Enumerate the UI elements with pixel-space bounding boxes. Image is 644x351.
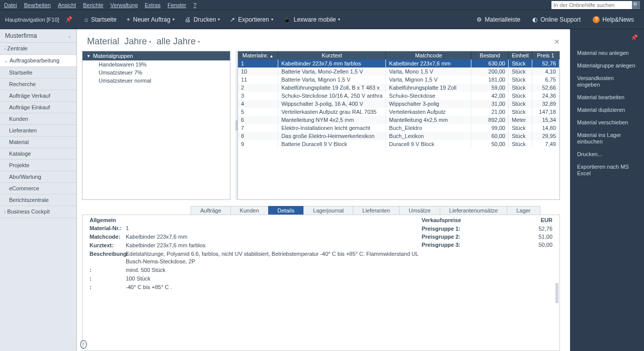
col-materialnr[interactable]: Materialnr.	[238, 51, 278, 59]
tab-umsätze[interactable]: Umsätze	[399, 206, 440, 215]
table-row[interactable]: 10Batterie Varta, Mono-Zellen 1,5 VVarta…	[238, 67, 559, 76]
table-row[interactable]: 4Wippschalter 3-polig, 16 A, 400 VWippsc…	[238, 100, 559, 108]
lexware-mobile-button[interactable]: 📱Lexware mobile▾	[283, 16, 340, 23]
toolbar: Hauptnavigation [F10] 📌 ⌂Startseite +Neu…	[0, 10, 644, 29]
detail-value: -40° C bis +85° C .	[126, 284, 422, 291]
table-row[interactable]: 2Kabelführungsplatte 19 Zoll, B x T 483 …	[238, 84, 559, 92]
sidebar-item-kunden[interactable]: Kunden	[0, 113, 76, 125]
menu-help[interactable]: ?	[193, 2, 196, 8]
col-bestand[interactable]: Bestand	[471, 51, 509, 59]
startseite-button[interactable]: ⌂Startseite	[85, 16, 117, 23]
col-matchcode[interactable]: Matchcode	[386, 51, 471, 59]
filter-alle-jahre[interactable]: alle Jahre▾	[156, 36, 200, 47]
detail-value: mind. 500 Stück	[126, 266, 422, 274]
sidebar-item-berichtszentrale[interactable]: Berichtszentrale	[0, 194, 76, 206]
tab-kunden[interactable]: Kunden	[230, 206, 269, 215]
action-item[interactable]: Materialgruppe anlegen	[570, 59, 644, 72]
col-einheit[interactable]: Einheit	[509, 51, 532, 59]
tree-item[interactable]: Umsatzsteuer normal	[83, 77, 230, 85]
tab-aufträge[interactable]: Aufträge	[191, 206, 231, 215]
menu-berichte[interactable]: Berichte	[83, 2, 103, 8]
price-label: Preisgruppe 1:	[422, 225, 522, 233]
online-support-button[interactable]: ◐Online Support	[532, 16, 581, 23]
pin-icon[interactable]: 📌	[65, 16, 72, 23]
table-row[interactable]: 8Das große Elektro-HeimwerkerlexikonBuch…	[238, 132, 559, 140]
sidebar-item-abo/wartung[interactable]: Abo/Wartung	[0, 171, 76, 183]
tab-lager[interactable]: Lager	[507, 206, 540, 215]
table-row[interactable]: 11Batterie Varta, Mignon 1,5 VVarta, Mig…	[238, 76, 559, 84]
tab-lagerjournal[interactable]: Lagerjournal	[303, 206, 353, 215]
action-item[interactable]: Material bearbeiten	[570, 91, 644, 104]
sidebar-item-startseite[interactable]: Startseite	[0, 67, 76, 79]
menu-verwaltung[interactable]: Verwaltung	[110, 2, 137, 8]
table-row[interactable]: 6Mantelleitung NYM 4x2,5 mmMantelleitung…	[238, 116, 559, 124]
action-item[interactable]: Drucken...	[570, 148, 644, 161]
tree-item[interactable]: Handelswaren 19%	[83, 60, 230, 68]
details-section-verkaufspreise: Verkaufspreise	[422, 217, 541, 223]
sidebar-header[interactable]: Musterfirma ⌄	[0, 29, 76, 43]
hauptnavigation-label[interactable]: Hauptnavigation [F10]	[5, 17, 59, 23]
sidebar-item-lieferanten[interactable]: Lieferanten	[0, 125, 76, 136]
sidebar-item-aufträge-verkauf[interactable]: Aufträge Verkauf	[0, 90, 76, 102]
action-item[interactable]: Material verschieben	[570, 116, 644, 129]
details-section-allgemein: Allgemein	[90, 217, 422, 223]
exportieren-button[interactable]: ↗Exportieren▾	[230, 16, 273, 23]
sidebar-item-ecommerce[interactable]: eCommerce	[0, 183, 76, 194]
menu-bearbeiten[interactable]: Bearbeiten	[24, 2, 51, 8]
col-kurztext[interactable]: Kurztext	[278, 51, 386, 59]
tab-lieferantenumsätze[interactable]: Lieferantenumsätze	[440, 206, 508, 215]
col-preis1[interactable]: Preis 1	[532, 51, 559, 59]
detail-value: 1	[126, 225, 422, 232]
scrollbar[interactable]	[555, 283, 558, 303]
gear-icon: ⚙	[476, 16, 482, 23]
details-pane: Allgemein Material-Nr.:1Matchcode:Kabelb…	[82, 215, 560, 351]
neuer-auftrag-button[interactable]: +Neuer Auftrag▾	[127, 16, 175, 23]
triangle-down-icon: ▼	[87, 54, 91, 58]
warning-icon[interactable]: !	[80, 340, 87, 349]
search-icon[interactable]: 🔍	[632, 1, 640, 9]
menu-datei[interactable]: Datei	[4, 2, 17, 8]
menu-extras[interactable]: Extras	[145, 2, 160, 8]
right-action-sidebar: 📌 Material neu anlegenMaterialgruppe anl…	[570, 29, 644, 351]
tree-item[interactable]: Umsatzsteuer 7%	[83, 68, 230, 77]
action-item[interactable]: Material neu anlegen	[570, 47, 644, 59]
detail-value: Edelstahlzunge, Polyamid 6.6, farblos, n…	[126, 250, 422, 265]
price-label: Preisgruppe 2:	[422, 233, 522, 241]
detail-label: Material-Nr.:	[90, 225, 126, 232]
menu-ansicht[interactable]: Ansicht	[58, 2, 76, 8]
materialleiste-button[interactable]: ⚙Materialleiste	[476, 16, 521, 23]
export-icon: ↗	[230, 16, 235, 23]
price-value: 50,00	[522, 241, 552, 249]
action-item[interactable]: Exportieren nach MS Excel	[570, 161, 644, 180]
sidebar-item-material[interactable]: Material	[0, 136, 76, 148]
table-row[interactable]: 7Elektro-Installationen leicht gemachtBu…	[238, 124, 559, 132]
menu-fenster[interactable]: Fenster	[168, 2, 186, 8]
drucken-button[interactable]: 🖨Drucken▾	[185, 16, 220, 23]
sidebar-item-business-cockpit[interactable]: Business Cockpit	[0, 206, 76, 218]
sidebar-item-projekte[interactable]: Projekte	[0, 160, 76, 171]
sidebar-item-kataloge[interactable]: Kataloge	[0, 148, 76, 160]
filter-jahre[interactable]: Jahre▾	[124, 36, 151, 47]
sidebar-item-auftragsbearbeitung[interactable]: Auftragsbearbeitung	[0, 55, 76, 67]
action-item[interactable]: Material duplizieren	[570, 104, 644, 116]
detail-value: 100 Stück	[126, 275, 422, 283]
table-row[interactable]: 9Batterie Duracell 9 V BlockDuracell 9 V…	[238, 140, 559, 148]
sidebar-item-zentrale[interactable]: Zentrale	[0, 43, 76, 55]
help-news-button[interactable]: ?Help&News	[593, 16, 634, 23]
detail-label: :	[90, 275, 126, 283]
close-icon[interactable]: ✕	[554, 38, 560, 46]
tree-header[interactable]: ▼Materialgruppen	[83, 51, 230, 60]
action-item[interactable]: Versandkosten eingeben	[570, 72, 644, 91]
question-icon: ?	[593, 16, 600, 23]
table-row[interactable]: 3Schuko-Steckdose 10/16 A, 250 V anthraS…	[238, 92, 559, 100]
table-row[interactable]: 5Verteilerkasten Aufputz grau RAL 7035Ve…	[238, 108, 559, 116]
table-row[interactable]: 1Kabelbinder 223x7,6 mm farblosKabelbind…	[238, 59, 559, 67]
detail-label: Kurztext:	[90, 242, 126, 249]
sidebar-item-recherche[interactable]: Recherche	[0, 79, 76, 90]
pin-icon[interactable]: 📌	[570, 34, 644, 47]
sidebar-item-aufträge-einkauf[interactable]: Aufträge Einkauf	[0, 102, 76, 113]
online-help-search-input[interactable]	[551, 1, 632, 9]
action-item[interactable]: Material ins Lager einbuchen	[570, 129, 644, 148]
tab-lieferanten[interactable]: Lieferanten	[353, 206, 399, 215]
tab-details[interactable]: Details	[268, 206, 304, 215]
